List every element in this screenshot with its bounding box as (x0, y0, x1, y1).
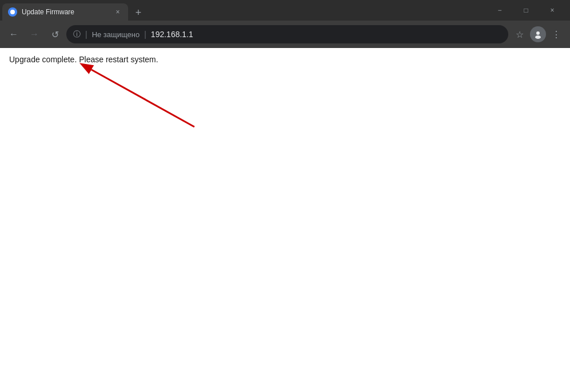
menu-button[interactable]: ⋮ (547, 25, 565, 43)
close-button[interactable]: × (539, 0, 565, 21)
maximize-button[interactable]: □ (513, 0, 539, 21)
bookmark-button[interactable]: ☆ (511, 25, 529, 43)
security-info-icon[interactable]: ⓘ (73, 29, 81, 39)
reload-button[interactable]: ↺ (46, 25, 64, 43)
svg-line-3 (91, 70, 194, 127)
tab-close-button[interactable]: × (113, 7, 122, 17)
nav-actions: ☆ ⋮ (511, 25, 565, 43)
tab-title: Update Firmware (22, 8, 109, 16)
profile-avatar[interactable] (530, 26, 546, 42)
address-separator-2: | (144, 30, 146, 39)
address-bar[interactable]: ⓘ | Не защищено | 192.168.1.1 (66, 25, 508, 43)
address-separator: | (85, 30, 87, 39)
page-content-area: Upgrade complete. Please restart system. (0, 48, 570, 392)
back-button[interactable]: ← (5, 25, 23, 43)
annotation-arrow (74, 58, 200, 138)
minimize-button[interactable]: − (487, 0, 513, 21)
forward-button[interactable]: → (25, 25, 43, 43)
browser-window: Update Firmware × + − □ × ← → ↺ ⓘ | Не з… (0, 0, 570, 392)
svg-point-0 (536, 31, 540, 35)
new-tab-button[interactable]: + (130, 5, 146, 21)
nav-bar: ← → ↺ ⓘ | Не защищено | 192.168.1.1 ☆ ⋮ (0, 21, 570, 48)
security-label: Не защищено (92, 30, 140, 39)
active-tab[interactable]: Update Firmware × (2, 3, 128, 21)
tab-favicon (8, 7, 17, 17)
svg-point-1 (535, 35, 541, 39)
url-display: 192.168.1.1 (151, 30, 501, 39)
title-bar: Update Firmware × + − □ × (0, 0, 570, 21)
window-controls: − □ × (482, 0, 570, 21)
upgrade-complete-message: Upgrade complete. Please restart system. (9, 55, 561, 64)
tabs-area: Update Firmware × + (0, 0, 482, 21)
